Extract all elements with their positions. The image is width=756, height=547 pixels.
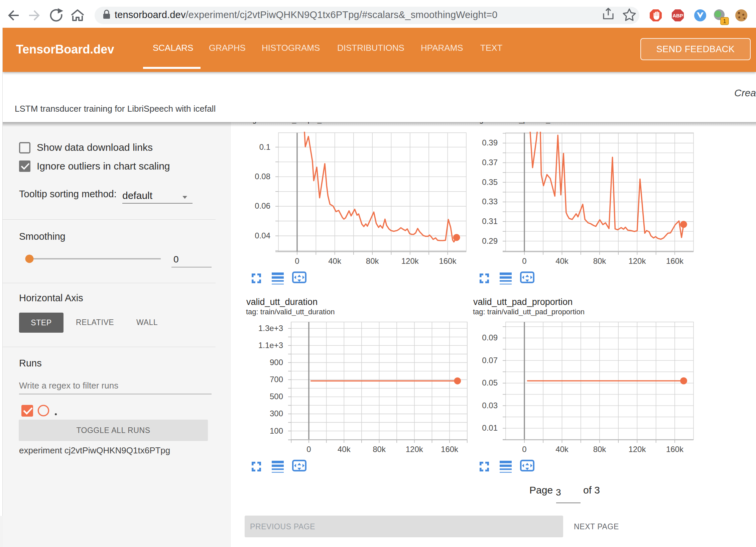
svg-text:900: 900: [270, 358, 283, 367]
svg-text:40k: 40k: [555, 256, 569, 265]
svg-text:0.03: 0.03: [482, 401, 498, 410]
svg-text:0.06: 0.06: [255, 201, 270, 210]
svg-text:1: 1: [723, 18, 726, 24]
svg-text:80k: 80k: [593, 445, 607, 454]
svg-text:0.33: 0.33: [482, 197, 498, 206]
svg-text:160k: 160k: [666, 445, 684, 454]
svg-text:160k: 160k: [666, 256, 684, 265]
svg-text:0.37: 0.37: [482, 158, 498, 167]
svg-text:80k: 80k: [593, 256, 607, 265]
svg-text:valid_utt_duration: valid_utt_duration: [246, 297, 318, 307]
svg-text:40k: 40k: [328, 256, 342, 265]
svg-text:40k: 40k: [555, 445, 569, 454]
svg-text:80k: 80k: [366, 256, 379, 265]
svg-text:tag: train/valid_utt_pad_propo: tag: train/valid_utt_pad_proportion: [473, 308, 585, 316]
svg-text:300: 300: [270, 409, 283, 418]
svg-text:0.09: 0.09: [482, 333, 498, 342]
svg-text:0.31: 0.31: [482, 217, 498, 226]
svg-text:0: 0: [522, 256, 526, 265]
svg-text:0: 0: [522, 445, 526, 454]
svg-text:120k: 120k: [406, 445, 423, 454]
svg-text:0.04: 0.04: [255, 231, 270, 240]
svg-text:0.08: 0.08: [255, 172, 270, 181]
svg-text:0.05: 0.05: [482, 378, 498, 387]
svg-text:80k: 80k: [373, 445, 386, 454]
svg-text:ABP: ABP: [672, 13, 683, 18]
svg-text:120k: 120k: [401, 256, 419, 265]
svg-text:120k: 120k: [628, 256, 646, 265]
svg-text:40k: 40k: [338, 445, 351, 454]
svg-text:700: 700: [270, 375, 283, 384]
svg-text:0.39: 0.39: [482, 138, 498, 147]
svg-text:1.3e+3: 1.3e+3: [258, 324, 283, 333]
svg-text:tag: train/valid_utt_duration: tag: train/valid_utt_duration: [246, 308, 335, 316]
svg-text:0.01: 0.01: [482, 423, 498, 432]
svg-text:0.07: 0.07: [482, 356, 498, 365]
svg-text:valid_utt_pad_proportion: valid_utt_pad_proportion: [473, 297, 573, 307]
svg-text:1.1e+3: 1.1e+3: [258, 341, 283, 350]
svg-text:0.1: 0.1: [259, 142, 270, 151]
svg-text:500: 500: [270, 392, 283, 401]
svg-text:120k: 120k: [628, 445, 646, 454]
svg-text:160k: 160k: [441, 445, 459, 454]
svg-text:0.35: 0.35: [482, 178, 498, 187]
svg-text:100: 100: [270, 426, 283, 435]
svg-text:0: 0: [295, 256, 299, 265]
svg-text:0.29: 0.29: [482, 236, 498, 245]
svg-text:0: 0: [306, 445, 311, 454]
svg-text:160k: 160k: [439, 256, 457, 265]
